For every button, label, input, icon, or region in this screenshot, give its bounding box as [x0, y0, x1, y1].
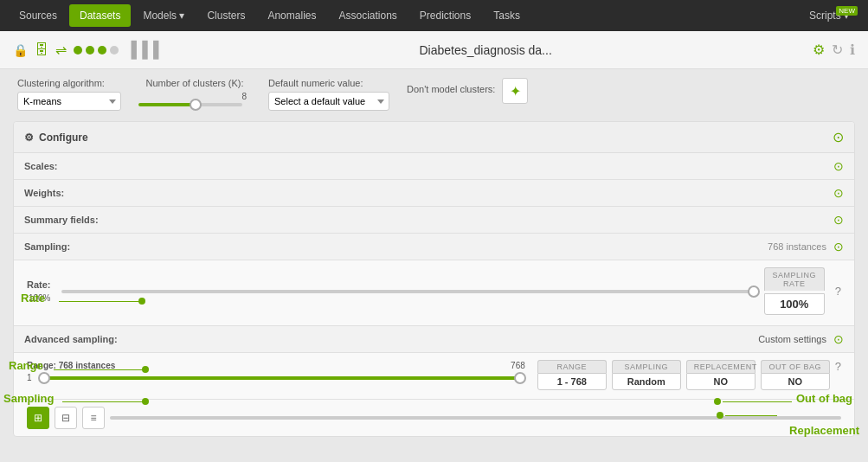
default-numeric-label: Default numeric value: [268, 78, 389, 88]
sampling-track-wrap [110, 416, 841, 420]
nav-tasks[interactable]: Tasks [483, 4, 530, 27]
nav-associations[interactable]: Associations [328, 4, 407, 27]
dot-2 [86, 46, 94, 55]
nav-models[interactable]: Models [132, 4, 195, 27]
default-numeric-select[interactable]: Select a default value [268, 92, 389, 111]
advanced-toggle[interactable]: ⊙ [833, 332, 844, 346]
algorithm-label: Clustering algorithm: [17, 78, 121, 88]
pill-replacement-value: NO [686, 373, 755, 390]
rate-pct: 100% [27, 293, 51, 303]
configure-title: ⚙ Configure [24, 132, 88, 144]
advanced-sampling-label: Advanced sampling: [24, 334, 118, 344]
sampling-help-icon[interactable]: ? [835, 285, 841, 298]
sampling-icon-grid[interactable]: ⊟ [55, 407, 77, 429]
configure-header[interactable]: ⚙ Configure ⊙ [14, 122, 854, 153]
sampling-toggle[interactable]: ⊙ [833, 240, 844, 253]
dot-1 [74, 46, 82, 55]
sampling-label: Sampling: [24, 241, 70, 252]
sampling-full-track [110, 416, 841, 420]
dont-model-field: Don't model clusters: ✦ [407, 78, 528, 104]
k-label: Number of clusters (K): [145, 78, 243, 88]
rate-label: Rate: [27, 279, 51, 290]
dont-model-icon[interactable]: ✦ [502, 78, 528, 104]
advanced-sampling-content: Range: 768 instances 768 1 RANGE 1 [14, 353, 854, 399]
summary-fields-header[interactable]: Summary fields: ⊙ [14, 207, 854, 234]
top-navigation: Sources Datasets Models Clusters Anomali… [0, 0, 868, 31]
nav-clusters[interactable]: Clusters [196, 4, 255, 27]
nav-anomalies[interactable]: Anomalies [257, 4, 326, 27]
advanced-sampling-header[interactable]: Advanced sampling: Custom settings ⊙ [14, 325, 854, 353]
sampling-pills: RANGE 1 - 768 SAMPLING Random REPLACEMEN… [537, 360, 841, 390]
pill-range: RANGE 1 - 768 [537, 360, 607, 390]
pill-sampling: SAMPLING Random [612, 360, 681, 390]
rate-slider-wrap [61, 290, 754, 293]
range-max: 768 [511, 361, 525, 370]
range-thumb-left[interactable] [38, 372, 50, 384]
lock-icon: 🔒 [13, 43, 28, 57]
pill-oob-value: NO [761, 373, 830, 390]
pill-range-value: 1 - 768 [537, 373, 607, 390]
pill-oob-label: OUT OF BAG [761, 360, 830, 373]
pill-range-label: RANGE [537, 360, 607, 373]
range-col: Range: 768 instances 768 1 [27, 361, 525, 389]
sampling-icon-list[interactable]: ≡ [82, 407, 105, 429]
advanced-help-icon[interactable]: ? [835, 360, 841, 390]
sampling-icon-table[interactable]: ⊞ [27, 407, 49, 429]
weights-toggle[interactable]: ⊙ [833, 186, 844, 200]
scales-header[interactable]: Scales: ⊙ [14, 153, 854, 180]
settings-icon[interactable]: ⚙ [813, 42, 825, 58]
range-thumb-right[interactable] [514, 372, 526, 384]
nav-datasets[interactable]: Datasets [69, 4, 131, 27]
advanced-row: Range: 768 instances 768 1 RANGE 1 [27, 360, 841, 390]
sampling-rate-value: 100% [764, 293, 825, 315]
info-icon[interactable]: ℹ [850, 42, 855, 58]
sampling-header[interactable]: Sampling: 768 instances ⊙ [14, 234, 854, 260]
chart-icon: ▐▐▐ [125, 41, 158, 59]
dot-4 [110, 46, 119, 55]
default-numeric-field: Default numeric value: Select a default … [268, 78, 389, 111]
main-content: Clustering algorithm: K-means Number of … [0, 69, 868, 451]
sampling-rate-box: SAMPLING RATE 100% [764, 267, 825, 315]
toolbar-title: Diabetes_diagnosis da... [165, 43, 806, 57]
toolbar-actions: ⚙ ↻ ℹ [813, 42, 855, 58]
summary-fields-toggle[interactable]: ⊙ [833, 213, 844, 227]
configure-section: ⚙ Configure ⊙ Scales: ⊙ Weights: ⊙ Summa… [13, 121, 855, 437]
range-slider-row: 1 [27, 373, 525, 382]
k-slider-track [138, 103, 242, 106]
k-clusters-field: Number of clusters (K): 8 [138, 78, 251, 106]
configure-gear-icon: ⚙ [24, 132, 34, 144]
algorithm-select[interactable]: K-means [17, 92, 121, 111]
range-min-val: 1 [27, 373, 32, 382]
pill-replacement: REPLACEMENT NO [686, 360, 755, 390]
weights-label: Weights: [24, 188, 64, 198]
pill-sampling-label: SAMPLING [612, 360, 681, 373]
pill-out-of-bag: OUT OF BAG NO [761, 360, 830, 390]
pill-replacement-label: REPLACEMENT [686, 360, 755, 373]
refresh-icon[interactable]: ↻ [832, 42, 843, 58]
k-slider-thumb[interactable] [190, 99, 202, 111]
rate-slider-thumb[interactable] [748, 286, 760, 298]
database-icon: 🗄 [35, 42, 48, 58]
scales-toggle[interactable]: ⊙ [833, 159, 844, 173]
range-track [39, 376, 525, 380]
toolbar: 🔒 🗄 ⇌ ▐▐▐ Diabetes_diagnosis da... ⚙ ↻ ℹ [0, 31, 868, 69]
scales-label: Scales: [24, 161, 58, 171]
rate-row: Rate: 100% SAMPLING RATE 100% ? [14, 260, 854, 325]
dont-model-label: Don't model clusters: [407, 84, 495, 94]
nav-predictions[interactable]: Predictions [409, 4, 481, 27]
cluster-config-row: Clustering algorithm: K-means Number of … [13, 78, 855, 111]
range-label: Range: 768 instances [27, 361, 115, 370]
algorithm-field: Clustering algorithm: K-means [17, 78, 121, 111]
dot-3 [98, 46, 106, 55]
transform-icon: ⇌ [55, 42, 67, 58]
instances-count: 768 instances [768, 241, 826, 252]
custom-settings-label: Custom settings [758, 334, 826, 344]
nav-scripts[interactable]: Scripts ▾ NEW [799, 4, 859, 27]
configure-toggle[interactable]: ⊙ [833, 129, 844, 145]
pill-sampling-value: Random [612, 373, 681, 390]
weights-header[interactable]: Weights: ⊙ [14, 180, 854, 207]
progress-dots [74, 46, 119, 55]
nav-sources[interactable]: Sources [9, 4, 68, 27]
sampling-rate-box-label: SAMPLING RATE [764, 267, 825, 291]
new-badge: NEW [836, 6, 858, 16]
